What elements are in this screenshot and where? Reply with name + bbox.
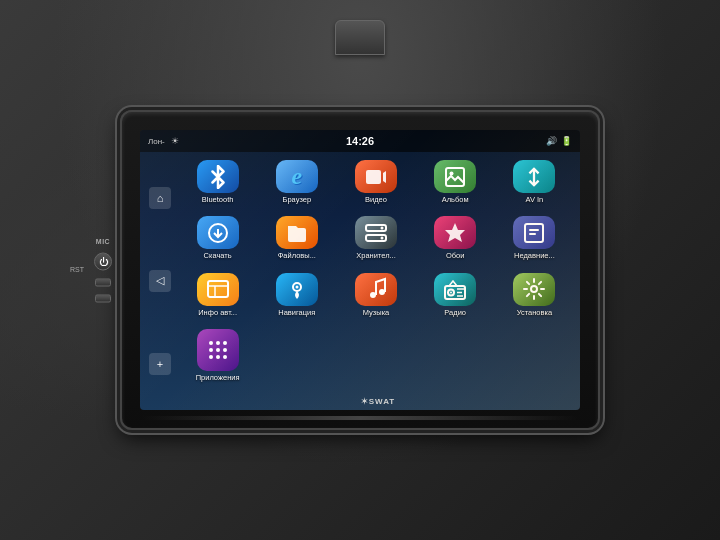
vol-nav-button[interactable]: +	[149, 353, 171, 375]
music-label: Музыка	[363, 309, 390, 317]
video-label: Видео	[365, 196, 387, 204]
vol-icon: +	[157, 358, 163, 370]
apps-icon	[197, 329, 239, 371]
storage-label: Хранител...	[356, 252, 396, 260]
app-storage[interactable]: Хранител...	[338, 212, 413, 264]
avin-icon	[513, 160, 555, 193]
app-download[interactable]: Скачать	[180, 212, 255, 264]
home-nav-button[interactable]: ⌂	[149, 187, 171, 209]
head-unit-screen: Лон- ☀ 14:26 🔊 🔋 ⌂ ◁ +	[140, 130, 580, 410]
wallpaper-icon	[434, 216, 476, 249]
browser-label: Браузер	[282, 196, 311, 204]
car-dashboard: MIC ⏻ RST Лон- ☀ 14:26 🔊 🔋	[0, 0, 720, 540]
app-album[interactable]: Альбом	[418, 156, 493, 208]
app-carinfo[interactable]: Инфо авт...	[180, 269, 255, 321]
recent-icon	[513, 216, 555, 249]
svg-point-10	[380, 236, 383, 239]
apps-label: Приложения	[196, 374, 240, 382]
app-bluetooth[interactable]: Bluetooth	[180, 156, 255, 208]
nav-icon	[276, 273, 318, 306]
svg-rect-14	[529, 233, 536, 235]
video-icon	[355, 160, 397, 193]
svg-point-28	[216, 341, 220, 345]
volume-icon: 🔊	[546, 136, 557, 146]
app-nav[interactable]: Навигация	[259, 269, 334, 321]
rst-label: RST	[70, 266, 84, 273]
svg-marker-1	[383, 171, 386, 183]
svg-point-3	[450, 171, 454, 175]
download-icon	[197, 216, 239, 249]
settings-label: Установка	[517, 309, 552, 317]
mic-label: MIC	[96, 238, 110, 245]
avin-label: AV In	[525, 196, 543, 204]
app-grid: BluetootheБраузерВидеоАльбомAV InСкачать…	[176, 152, 576, 390]
app-apps[interactable]: Приложения	[180, 325, 255, 386]
svg-point-22	[450, 292, 452, 294]
app-files[interactable]: Файловы...	[259, 212, 334, 264]
radio-label: Радио	[444, 309, 466, 317]
svg-point-31	[216, 348, 220, 352]
status-bar-right: 🔊 🔋	[546, 136, 572, 146]
music-icon	[355, 273, 397, 306]
svg-rect-0	[366, 170, 381, 184]
battery-icon: 🔋	[561, 136, 572, 146]
app-settings[interactable]: Установка	[497, 269, 572, 321]
svg-marker-11	[445, 223, 465, 242]
status-bar: Лон- ☀ 14:26 🔊 🔋	[140, 130, 580, 152]
power-button[interactable]: ⏻	[94, 253, 112, 271]
brand-logo: ✶SWAT	[361, 397, 396, 406]
recent-label: Недавние...	[514, 252, 555, 260]
radio-icon	[434, 273, 476, 306]
svg-point-29	[223, 341, 227, 345]
svg-point-33	[209, 355, 213, 359]
svg-point-34	[216, 355, 220, 359]
app-wallpaper[interactable]: Обои	[418, 212, 493, 264]
svg-point-27	[209, 341, 213, 345]
home-icon: ⌂	[157, 192, 164, 204]
app-video[interactable]: Видео	[338, 156, 413, 208]
status-bar-left: Лон- ☀	[148, 136, 179, 146]
nav-bar: ⌂ ◁ +	[146, 152, 174, 410]
head-unit-bezel: MIC ⏻ RST Лон- ☀ 14:26 🔊 🔋	[120, 110, 600, 430]
app-music[interactable]: Музыка	[338, 269, 413, 321]
carinfo-label: Инфо авт...	[198, 309, 237, 317]
app-radio[interactable]: Радио	[418, 269, 493, 321]
vol-up-button[interactable]	[95, 279, 111, 287]
svg-point-32	[223, 348, 227, 352]
files-label: Файловы...	[278, 252, 316, 260]
back-nav-button[interactable]: ◁	[149, 270, 171, 292]
svg-point-9	[380, 226, 383, 229]
lon-label: Лон-	[148, 137, 165, 146]
left-side-controls: MIC ⏻ RST	[94, 238, 112, 303]
svg-point-26	[531, 286, 537, 292]
browser-icon: e	[276, 160, 318, 193]
svg-point-35	[223, 355, 227, 359]
app-avin[interactable]: AV In	[497, 156, 572, 208]
album-icon	[434, 160, 476, 193]
hazard-button[interactable]	[335, 20, 385, 55]
bluetooth-icon	[197, 160, 239, 193]
back-icon: ◁	[156, 274, 164, 287]
top-buttons-area	[335, 20, 385, 55]
unit-bottom-bar	[142, 416, 578, 420]
svg-point-17	[295, 286, 298, 289]
settings-icon	[513, 273, 555, 306]
nav-label: Навигация	[278, 309, 315, 317]
storage-icon	[355, 216, 397, 249]
clock-display: 14:26	[346, 135, 374, 147]
svg-point-30	[209, 348, 213, 352]
brightness-icon: ☀	[171, 136, 179, 146]
files-icon	[276, 216, 318, 249]
bottom-bar: ✶SWAT	[176, 392, 580, 410]
svg-rect-15	[208, 281, 228, 297]
download-label: Скачать	[204, 252, 232, 260]
vol-down-button[interactable]	[95, 295, 111, 303]
app-recent[interactable]: Недавние...	[497, 212, 572, 264]
app-browser[interactable]: eБраузер	[259, 156, 334, 208]
wallpaper-label: Обои	[446, 252, 465, 260]
carinfo-icon	[197, 273, 239, 306]
bluetooth-label: Bluetooth	[202, 196, 234, 204]
album-label: Альбом	[442, 196, 469, 204]
svg-rect-13	[529, 229, 539, 231]
